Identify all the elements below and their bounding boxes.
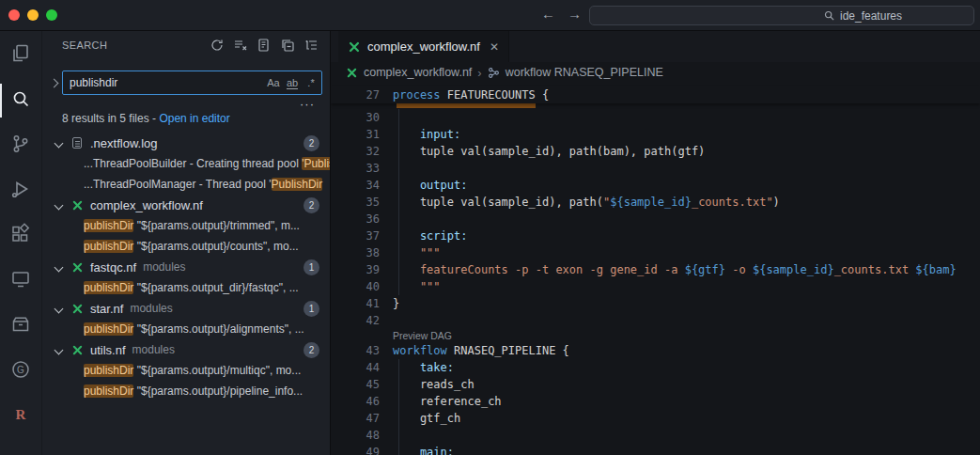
results-summary: 8 results in 5 files - Open in editor xyxy=(62,112,230,125)
forward-arrow-icon[interactable]: → xyxy=(562,5,587,23)
activity-search-button[interactable] xyxy=(0,78,42,123)
code-line[interactable]: 40 """ xyxy=(331,278,980,295)
activity-gitlens-button[interactable]: G xyxy=(0,349,42,394)
line-number[interactable]: 36 xyxy=(331,211,380,228)
search-result-match-row[interactable]: publishDir "${params.output}/pipeline_in… xyxy=(42,381,330,401)
view-as-tree-icon[interactable] xyxy=(303,38,319,53)
search-result-file-row[interactable]: .nextflow.log2 xyxy=(42,133,330,153)
match-case-button[interactable]: Aa xyxy=(265,74,282,91)
line-number[interactable]: 47 xyxy=(331,410,380,427)
result-file-name: fastqc.nf xyxy=(90,260,136,275)
activity-source-control-button[interactable] xyxy=(0,123,42,168)
line-number[interactable]: 32 xyxy=(331,143,380,160)
search-result-file-row[interactable]: fastqc.nfmodules1 xyxy=(42,257,330,277)
match-highlight: publishDir xyxy=(84,364,133,377)
line-number[interactable]: 33 xyxy=(331,160,380,177)
search-result-match-row[interactable]: publishDir "${params.output_dir}/fastqc"… xyxy=(42,277,330,298)
search-result-match-row[interactable]: publishDir "${params.output}/alignments"… xyxy=(42,319,330,339)
code-line[interactable]: 44 take: xyxy=(331,359,980,376)
line-number[interactable]: 34 xyxy=(331,177,380,194)
tab-complex-workflow[interactable]: complex_workflow.nf ✕ xyxy=(338,31,509,62)
line-number[interactable]: 31 xyxy=(331,126,380,143)
search-result-file-row[interactable]: star.nfmodules1 xyxy=(42,298,330,319)
regex-button[interactable]: .* xyxy=(303,74,319,91)
search-results: .nextflow.log2...ThreadPoolBuilder - Cre… xyxy=(42,133,330,455)
codelens-preview-dag[interactable]: Preview DAG xyxy=(331,329,980,342)
close-window-button[interactable] xyxy=(8,9,20,21)
toggle-replace-button[interactable] xyxy=(50,79,59,88)
search-result-match-row[interactable]: publishDir "${params.output}/counts", mo… xyxy=(42,236,330,257)
code-line[interactable]: 30 xyxy=(331,109,980,126)
line-number[interactable]: 35 xyxy=(331,194,380,211)
activity-remote-explorer-button[interactable] xyxy=(0,259,42,304)
search-result-match-row[interactable]: ...ThreadPoolBuilder - Creating thread p… xyxy=(42,153,330,174)
search-result-file-row[interactable]: utils.nfmodules2 xyxy=(42,339,330,360)
code-line[interactable]: 33 xyxy=(331,160,980,177)
activity-package-button[interactable] xyxy=(0,304,42,349)
code-text: tuple val(sample_id), path("${sample_id}… xyxy=(393,194,780,211)
search-result-match-row[interactable]: publishDir "${params.output}/multiqc", m… xyxy=(42,360,330,381)
zoom-window-button[interactable] xyxy=(46,9,57,21)
clear-search-results-icon[interactable] xyxy=(233,38,248,53)
line-number[interactable]: 37 xyxy=(331,228,380,244)
search-result-match-row[interactable]: ...ThreadPoolManager - Thread pool 'Publ… xyxy=(42,174,330,195)
back-arrow-icon[interactable]: ← xyxy=(536,5,561,23)
line-number[interactable]: 49 xyxy=(331,444,380,455)
activity-r-language-button[interactable]: R xyxy=(0,394,42,439)
line-number[interactable]: 44 xyxy=(331,359,380,376)
code-line[interactable]: 45 reads_ch xyxy=(331,376,980,393)
code-line[interactable]: 32 tuple val(sample_id), path(bam), path… xyxy=(331,143,980,160)
line-number[interactable]: 30 xyxy=(331,109,380,126)
line-number[interactable]: 27 xyxy=(331,86,380,103)
line-number[interactable]: 38 xyxy=(331,244,380,261)
toggle-search-details-button[interactable]: ··· xyxy=(300,97,315,111)
search-result-match-row[interactable]: publishDir "${params.output}/trimmed", m… xyxy=(42,215,330,236)
command-center-search[interactable]: ide_features xyxy=(589,6,974,25)
breadcrumb-symbol[interactable]: workflow RNASEQ_PIPELINE xyxy=(506,66,663,79)
code-text: } xyxy=(393,295,399,312)
refresh-icon[interactable] xyxy=(210,38,225,53)
line-number[interactable]: 45 xyxy=(331,376,380,393)
open-new-search-editor-icon[interactable] xyxy=(257,38,272,53)
line-number[interactable]: 39 xyxy=(331,261,380,278)
code-line[interactable]: 43workflow RNASEQ_PIPELINE { xyxy=(331,342,980,359)
line-number[interactable]: 46 xyxy=(331,393,380,410)
code-line[interactable]: 48 xyxy=(331,427,980,444)
nextflow-icon xyxy=(346,67,358,79)
search-result-file-row[interactable]: complex_workflow.nf2 xyxy=(42,195,330,215)
line-number[interactable]: 48 xyxy=(331,427,380,444)
minimize-window-button[interactable] xyxy=(27,9,39,21)
line-number[interactable]: 43 xyxy=(331,342,380,359)
code-line[interactable]: 31 input: xyxy=(331,126,980,143)
open-in-editor-link[interactable]: Open in editor xyxy=(159,112,229,125)
line-number[interactable]: 42 xyxy=(331,312,380,329)
collapse-all-icon[interactable] xyxy=(280,38,295,53)
code-editor[interactable]: 27process FEATURECOUNTS {3031 input:32 t… xyxy=(331,83,980,455)
search-input[interactable] xyxy=(63,76,265,89)
result-file-name: .nextflow.log xyxy=(90,136,158,150)
match-highlight: publishDir xyxy=(84,322,133,336)
code-line[interactable]: 42 xyxy=(331,312,980,329)
activity-extensions-button[interactable] xyxy=(0,213,42,259)
line-number[interactable]: 41 xyxy=(331,295,380,312)
code-line[interactable]: 46 reference_ch xyxy=(331,393,980,410)
breadcrumb-file[interactable]: complex_workflow.nf xyxy=(364,66,472,79)
activity-run-debug-button[interactable] xyxy=(0,168,42,213)
code-line[interactable]: 39 featureCounts -p -t exon -g gene_id -… xyxy=(331,261,980,278)
code-line[interactable]: 41} xyxy=(331,295,980,312)
code-line[interactable]: 34 output: xyxy=(331,177,980,194)
activity-explorer-button[interactable] xyxy=(0,33,42,78)
code-text: take: xyxy=(393,359,454,376)
code-line[interactable]: 47 gtf_ch xyxy=(331,410,980,427)
line-number[interactable]: 40 xyxy=(331,278,380,295)
code-line[interactable]: 37 script: xyxy=(331,228,980,244)
code-line[interactable]: 38 """ xyxy=(331,244,980,261)
close-tab-icon[interactable]: ✕ xyxy=(490,40,499,54)
whole-word-button[interactable]: ab xyxy=(284,74,301,91)
code-line[interactable]: 35 tuple val(sample_id), path("${sample_… xyxy=(331,194,980,211)
code-text: output: xyxy=(393,177,467,194)
code-line[interactable]: 49 main: xyxy=(331,444,980,455)
code-line[interactable]: 36 xyxy=(331,211,980,228)
code-line[interactable]: 27process FEATURECOUNTS { xyxy=(331,86,980,103)
match-highlight: PublishDir xyxy=(272,178,323,191)
